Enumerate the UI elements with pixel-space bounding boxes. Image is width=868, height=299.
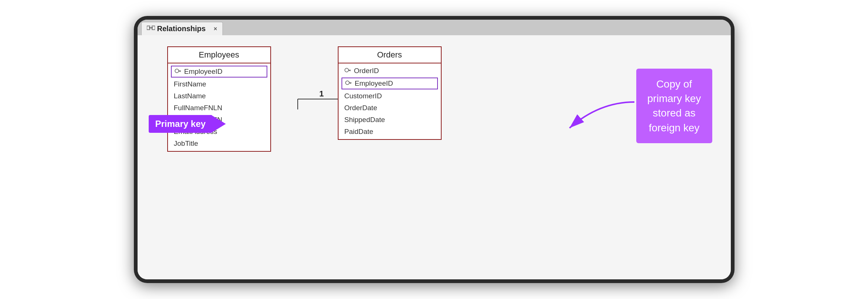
copy-arrow-svg (562, 98, 636, 143)
svg-point-14 (345, 68, 349, 72)
device-frame: Relationships × 1 ∞ (134, 16, 735, 283)
orders-orderid-label: OrderID (354, 67, 379, 75)
svg-point-4 (151, 27, 153, 29)
copy-label-text: Copy of primary key stored as foreign ke… (636, 69, 712, 143)
copy-annotation: Copy of primary key stored as foreign ke… (636, 69, 712, 143)
employees-table-header: Employees (168, 47, 270, 63)
orders-employeeid-row: EmployeeID (341, 78, 438, 89)
employees-lastname-label: LastName (174, 92, 206, 100)
employees-employeeid-label: EmployeeID (184, 68, 223, 76)
orders-table-body: OrderID (339, 63, 441, 139)
svg-point-10 (175, 69, 179, 73)
svg-point-3 (149, 27, 151, 29)
orders-paiddate-row: PaidDate (339, 126, 441, 138)
employees-table: Employees (167, 46, 271, 152)
orders-orderdate-label: OrderDate (344, 104, 377, 112)
employees-table-body: EmployeeID FirstName LastName FullNameFN… (168, 63, 270, 151)
key-icon-fk-employeeid (345, 79, 352, 88)
primary-key-label-text: Primary key (149, 115, 212, 133)
orders-table-header: Orders (339, 47, 441, 63)
orders-orderid-row: OrderID (339, 65, 441, 77)
orders-customerid-label: CustomerID (344, 92, 382, 100)
content-area: 1 ∞ Employees (138, 35, 731, 279)
svg-point-18 (346, 81, 349, 85)
employees-firstname-label: FirstName (174, 80, 207, 88)
orders-employeeid-label: EmployeeID (355, 79, 393, 88)
key-icon-employeeid (175, 68, 181, 76)
orders-paiddate-label: PaidDate (344, 128, 373, 136)
tab-bar: Relationships × (138, 20, 731, 35)
orders-customerid-row: CustomerID (339, 90, 441, 102)
orders-orderdate-row: OrderDate (339, 102, 441, 114)
orders-shippeddate-label: ShippedDate (344, 116, 385, 124)
employees-fullnamefnln-label: FullNameFNLN (174, 104, 222, 112)
employees-lastname-row: LastName (168, 90, 270, 102)
employees-employeeid-row: EmployeeID (171, 66, 267, 78)
primary-key-annotation: Primary key (149, 115, 226, 133)
orders-shippeddate-row: ShippedDate (339, 114, 441, 126)
employees-jobtitle-row: JobTitle (168, 138, 270, 150)
relationships-tab-icon (147, 24, 155, 33)
tables-container: Employees (167, 46, 442, 152)
scene: Relationships × 1 ∞ (0, 0, 868, 299)
relationships-tab[interactable]: Relationships × (141, 22, 223, 35)
employees-jobtitle-label: JobTitle (174, 139, 198, 148)
employees-fullnamefnln-row: FullNameFNLN (168, 102, 270, 114)
key-icon-orderid (344, 67, 351, 75)
employees-firstname-row: FirstName (168, 78, 270, 90)
tab-label: Relationships (157, 24, 206, 33)
orders-table: Orders (338, 46, 442, 140)
primary-key-arrow (212, 116, 226, 132)
device-inner: Relationships × 1 ∞ (138, 20, 731, 279)
tab-close-button[interactable]: × (214, 26, 217, 32)
